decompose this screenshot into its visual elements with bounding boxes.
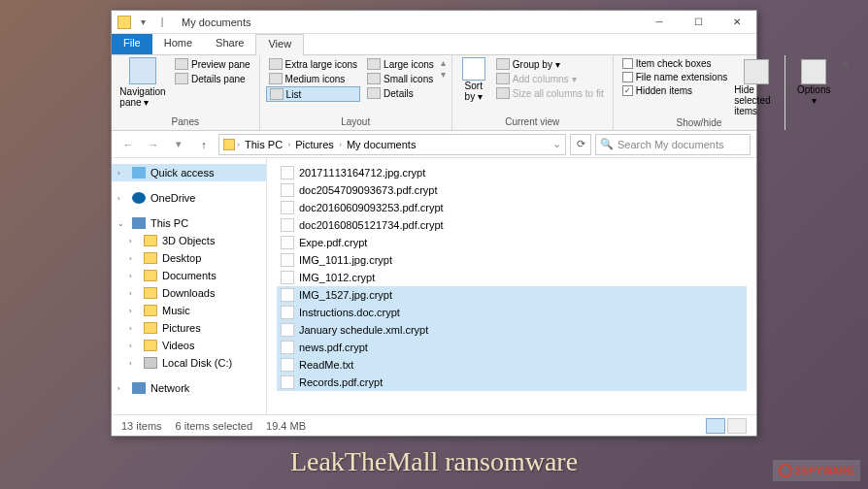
sidebar-item[interactable]: ›Videos [112, 337, 266, 354]
medium-icons-button[interactable]: Medium icons [266, 72, 360, 85]
sidebar-item-label: Downloads [162, 287, 215, 299]
preview-pane-button[interactable]: Preview pane [172, 57, 253, 71]
sidebar-item[interactable]: ›Music [112, 302, 266, 319]
hide-selected-button[interactable]: Hide selecteditems [734, 57, 779, 116]
ribbon-collapse-button[interactable]: ᐱ [842, 55, 849, 130]
recent-locations-button[interactable]: ▾ [168, 134, 189, 155]
details-view-button[interactable] [706, 418, 725, 434]
expand-icon[interactable]: › [117, 384, 127, 393]
file-item[interactable]: Records.pdf.crypt [277, 374, 747, 391]
expand-icon[interactable]: › [117, 169, 127, 178]
add-columns-button[interactable]: Add columns ▾ [493, 72, 607, 85]
file-item[interactable]: Instructions.doc.crypt [277, 304, 747, 321]
expand-icon[interactable]: › [129, 342, 139, 350]
layout-scroll-up-icon[interactable]: ▴ [441, 57, 446, 68]
expand-icon[interactable]: › [129, 307, 139, 315]
thumbnails-view-button[interactable] [727, 418, 747, 434]
file-item[interactable]: Expe.pdf.crypt [277, 234, 747, 251]
sidebar-quick-access[interactable]: ›Quick access [112, 164, 266, 181]
folder-icon [144, 287, 157, 299]
expand-icon[interactable]: › [129, 289, 139, 298]
expand-icon[interactable]: › [129, 324, 139, 333]
collapse-icon[interactable]: ⌄ [117, 219, 127, 228]
sidebar-this-pc[interactable]: ⌄This PC [112, 214, 266, 232]
sidebar-item[interactable]: ›3D Objects [112, 232, 266, 249]
minimize-button[interactable]: ─ [640, 11, 679, 34]
crumb-current[interactable]: My documents [344, 139, 419, 150]
tab-file[interactable]: File [112, 34, 152, 54]
sidebar-item[interactable]: ›Documents [112, 267, 266, 284]
sidebar-item[interactable]: ›Local Disk (C:) [112, 354, 266, 372]
file-item[interactable]: doc2054709093673.pdf.crypt [277, 181, 747, 199]
hidden-items-toggle[interactable]: Hidden items [619, 84, 731, 97]
file-item[interactable]: January schedule.xml.crypt [277, 321, 747, 339]
expand-icon[interactable]: › [129, 254, 139, 263]
file-item[interactable]: news.pdf.crypt [277, 339, 747, 356]
details-button[interactable]: Details [364, 86, 437, 100]
file-extensions-toggle[interactable]: File name extensions [619, 71, 731, 83]
expand-icon[interactable]: › [129, 237, 139, 245]
sort-by-button[interactable]: Sortby ▾ [458, 57, 489, 102]
file-icon [281, 183, 294, 197]
qat-dropdown-icon[interactable]: ▾ [135, 15, 150, 30]
options-button[interactable]: Options ▾ [791, 57, 836, 106]
file-item[interactable]: 20171113164712.jpg.crypt [277, 164, 747, 181]
group-label: Group by [513, 59, 552, 70]
chevron-right-icon[interactable]: › [237, 140, 240, 149]
close-button[interactable]: ✕ [718, 11, 756, 34]
details-pane-button[interactable]: Details pane [172, 72, 253, 85]
tab-share[interactable]: Share [204, 34, 255, 54]
size-columns-button[interactable]: Size all columns to fit [493, 86, 607, 100]
tab-home[interactable]: Home [152, 34, 204, 54]
sizecol-icon [496, 87, 510, 99]
group-by-button[interactable]: Group by ▾ [493, 57, 607, 71]
expand-icon[interactable]: › [129, 272, 139, 280]
item-check-boxes-toggle[interactable]: Item check boxes [619, 57, 731, 70]
large-icons-button[interactable]: Large icons [364, 57, 437, 71]
file-item[interactable]: IMG_1012.crypt [277, 269, 747, 286]
expand-icon[interactable]: › [129, 359, 139, 368]
crumb-this-pc[interactable]: This PC [242, 139, 285, 150]
folder-icon [144, 235, 157, 246]
small-icons-button[interactable]: Small icons [364, 72, 437, 85]
file-list[interactable]: 20171113164712.jpg.cryptdoc2054709093673… [267, 158, 756, 414]
ribbon-group-current-view: Sortby ▾ Group by ▾ Add columns ▾ Size a… [452, 55, 614, 130]
chevron-right-icon[interactable]: › [339, 140, 342, 149]
back-button[interactable]: ← [117, 134, 139, 155]
options-label: Options [797, 84, 830, 95]
crumb-pictures[interactable]: Pictures [292, 139, 337, 150]
file-item[interactable]: doc20160609093253.pdf.crypt [277, 199, 747, 216]
sidebar-item[interactable]: ›Pictures [112, 319, 266, 337]
list-button[interactable]: List [266, 86, 360, 102]
file-item[interactable]: IMG_1011.jpg.crypt [277, 251, 747, 269]
tab-view[interactable]: View [255, 34, 304, 55]
det-icon [367, 87, 381, 99]
sidebar-item[interactable]: ›Desktop [112, 249, 266, 267]
up-button[interactable]: ↑ [193, 134, 215, 155]
show-hide-group-label: Show/hide [619, 116, 780, 129]
folder-icon [144, 340, 157, 351]
layout-scroll-down-icon[interactable]: ▾ [441, 69, 446, 80]
ribbon-group-show-hide: Item check boxes File name extensions Hi… [614, 55, 786, 130]
search-input[interactable]: 🔍 Search My documents [595, 134, 751, 155]
file-item[interactable]: ReadMe.txt [277, 356, 747, 374]
file-item[interactable]: doc20160805121734.pdf.crypt [277, 216, 747, 234]
file-item[interactable]: IMG_1527.jpg.crypt [277, 286, 747, 304]
maximize-button[interactable]: ☐ [679, 11, 718, 34]
file-icon [281, 306, 294, 319]
refresh-button[interactable]: ⟳ [570, 134, 591, 155]
sidebar-onedrive[interactable]: ›OneDrive [112, 189, 266, 207]
navigation-pane-button[interactable]: Navigationpane ▾ [117, 57, 168, 108]
file-icon [281, 341, 294, 354]
address-dropdown-icon[interactable]: ⌄ [552, 138, 561, 150]
chevron-right-icon[interactable]: › [287, 140, 290, 149]
forward-button[interactable]: → [143, 134, 164, 155]
lg-label: Large icons [384, 59, 434, 70]
file-name: IMG_1527.jpg.crypt [299, 289, 392, 301]
sidebar-network[interactable]: ›Network [112, 379, 266, 397]
extra-large-icons-button[interactable]: Extra large icons [266, 57, 360, 71]
sidebar-item[interactable]: ›Downloads [112, 284, 266, 302]
expand-icon[interactable]: › [117, 194, 127, 203]
breadcrumb[interactable]: › This PC › Pictures › My documents ⌄ [218, 134, 566, 155]
ribbon-group-panes: Navigationpane ▾ Preview pane Details pa… [112, 55, 260, 130]
